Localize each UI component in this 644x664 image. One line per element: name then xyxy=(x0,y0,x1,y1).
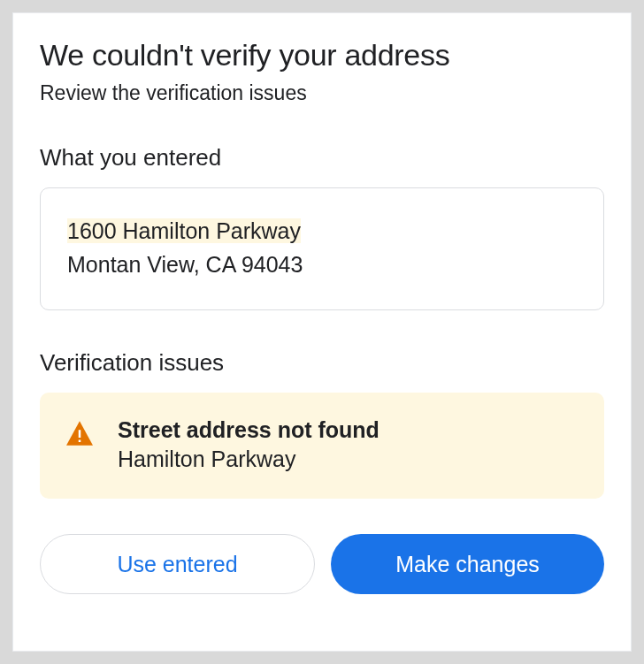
dialog-subtitle: Review the verification issues xyxy=(40,81,604,105)
warning-icon xyxy=(66,421,93,449)
button-row: Use entered Make changes xyxy=(40,534,604,594)
address-line-1: 1600 Hamilton Parkway xyxy=(67,215,577,248)
address-verification-dialog: We couldn't verify your address Review t… xyxy=(12,12,632,652)
dialog-title: We couldn't verify your address xyxy=(40,38,604,73)
svg-rect-0 xyxy=(79,430,81,438)
issue-title: Street address not found xyxy=(118,417,578,443)
svg-rect-1 xyxy=(79,440,81,443)
address-highlight: 1600 Hamilton Parkway xyxy=(67,218,301,243)
issue-text: Street address not found Hamilton Parkwa… xyxy=(118,417,578,472)
entered-heading: What you entered xyxy=(40,144,604,172)
address-line-2: Montan View, CA 94043 xyxy=(67,248,577,282)
entered-address-box: 1600 Hamilton Parkway Montan View, CA 94… xyxy=(40,187,604,310)
issues-heading: Verification issues xyxy=(40,349,604,377)
verification-issue-box: Street address not found Hamilton Parkwa… xyxy=(40,393,604,499)
use-entered-button[interactable]: Use entered xyxy=(40,534,315,594)
issue-detail: Hamilton Parkway xyxy=(118,446,578,472)
make-changes-button[interactable]: Make changes xyxy=(331,534,604,594)
